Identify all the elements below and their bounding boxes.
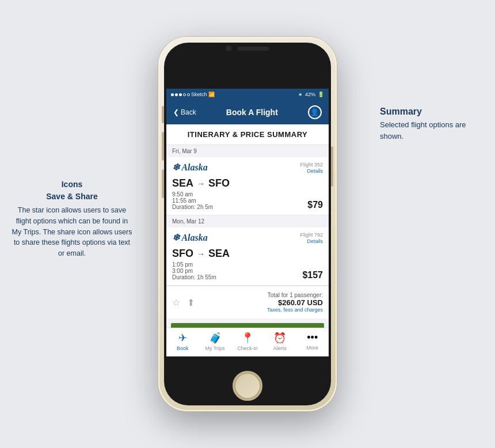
signal-dot-2 [175,93,178,96]
taxes-label: Taxes, fess and charges [267,307,323,313]
annotation-right: Summary Selected flight options are show… [380,107,483,142]
profile-button[interactable]: 👤 [308,105,322,119]
status-right: ∗ 42% 🔋 [298,92,324,97]
flight1-depart: 9:50 am [172,191,213,198]
flight1-price: $79 [307,200,323,210]
back-button[interactable]: ❮ Back [173,108,196,116]
flight2-card: ❄ Alaska Flight 792 Details SFO → SEA [166,227,329,286]
tab-bar: ✈ Book 🧳 My Trips 📍 Check-in ⏰ Alerts [166,328,329,356]
profile-icon: 👤 [310,108,319,116]
page-wrapper: Icons Save & Share The star icon allows … [0,0,495,448]
alaska-logo-icon: ❄ Alaska [172,162,208,172]
camera-icon [226,45,232,51]
annotation-left-subtitle: Save & Share [12,191,132,203]
tab-alerts[interactable]: ⏰ Alerts [265,332,294,351]
summary-row: ☆ ⬆ Total for 1 passenger: $260.07 USD T… [166,286,329,318]
flight2-header: ❄ Alaska Flight 792 Details [172,232,323,244]
home-button[interactable] [233,371,262,401]
flight1-details-row: 9:50 am 11:55 am Duration: 2h 5m $79 [172,191,323,210]
section-title: ITINERARY & PRICE SUMMARY [166,124,329,145]
bluetooth-icon: ∗ [298,92,303,97]
more-tab-label: More [306,345,318,351]
alerts-tab-icon: ⏰ [273,332,286,344]
flight2-details-link[interactable]: Details [300,238,323,244]
battery-icon: 🔋 [318,92,324,97]
flight1-airline: ❄ Alaska [172,162,208,173]
flight2-arrive: 3:00 pm [172,268,216,274]
flight2-number: Flight 792 [300,232,323,238]
alaska-logo2-icon: ❄ Alaska [172,233,208,242]
speaker [238,47,269,51]
my-trips-tab-icon: 🧳 [209,332,222,344]
tab-more[interactable]: ••• More [298,332,327,351]
flight2-date: Mon, Mar 12 [166,215,329,227]
nav-bar: ❮ Back Book A Flight 👤 [166,100,329,124]
flight1-card: ❄ Alaska Flight 352 Details SEA → SFO [166,157,329,215]
tab-my-trips[interactable]: 🧳 My Trips [201,332,230,351]
annotation-right-body: Selected flight options are shown. [380,119,483,142]
main-content: ITINERARY & PRICE SUMMARY Fri, Mar 9 ❄ A… [166,124,329,328]
flight1-details-link[interactable]: Details [300,168,323,174]
check-in-tab-label: Check-in [237,346,258,351]
flight2-from: SFO [172,248,193,260]
more-tab-icon: ••• [307,332,318,344]
wifi-icon: 📶 [208,92,215,97]
side-button-vol-up [162,132,164,161]
tab-check-in[interactable]: 📍 Check-in [233,332,262,351]
back-label: Back [181,108,196,116]
flight1-route: SEA → SFO [172,177,323,189]
screen-layout: Sketch 📶 ∗ 42% 🔋 ❮ Back Book A Fl [166,89,329,356]
flight2-route: SFO → SEA [172,248,323,260]
signal-dot-4 [183,93,186,96]
flight2-info-right: Flight 792 Details [300,232,323,244]
carrier-name: Sketch [191,92,207,97]
signal-dot-1 [171,93,174,96]
choose-seats-button[interactable]: CHOOSE SEATS [171,323,324,328]
annotation-right-title: Summary [380,107,483,117]
total-amount: $260.07 USD [267,298,323,307]
summary-icons: ☆ ⬆ [172,297,195,308]
flight2-to: SEA [208,248,230,260]
flight2-price: $157 [302,270,323,280]
flight1-info-right: Flight 352 Details [300,162,323,174]
annotation-left-title: Icons [12,179,132,191]
flight2-depart: 1:05 pm [172,261,216,268]
signal-dot-5 [187,93,190,96]
flight1-arrive: 11:55 am [172,198,213,204]
phone: Sketch 📶 ∗ 42% 🔋 ❮ Back Book A Fl [158,37,337,411]
my-trips-tab-label: My Trips [205,346,225,351]
side-button-power [331,146,333,187]
side-button-mute [162,106,164,123]
flight1-arrow-icon: → [197,179,205,188]
status-bar: Sketch 📶 ∗ 42% 🔋 [166,89,329,100]
flight2-times: 1:05 pm 3:00 pm Duration: 1h 55m [172,261,216,280]
phone-top-bar [226,45,269,51]
alerts-tab-label: Alerts [273,346,287,351]
total-label: Total for 1 passenger: [267,292,323,298]
back-chevron-icon: ❮ [173,108,179,116]
flight2-airline: ❄ Alaska [172,232,208,243]
flight2-airline-name: Alaska [181,233,207,242]
share-icon[interactable]: ⬆ [187,297,195,308]
side-button-vol-down [162,169,164,198]
phone-screen: Sketch 📶 ∗ 42% 🔋 ❮ Back Book A Fl [166,89,329,356]
flight1-times: 9:50 am 11:55 am Duration: 2h 5m [172,191,213,210]
check-in-tab-icon: 📍 [241,332,254,344]
star-icon[interactable]: ☆ [172,297,180,308]
flight1-header: ❄ Alaska Flight 352 Details [172,162,323,174]
summary-total: Total for 1 passenger: $260.07 USD Taxes… [267,292,323,313]
battery-level: 42% [305,92,315,97]
signal-dots [171,93,190,96]
flight1-number: Flight 352 [300,162,323,168]
flight2-details-row: 1:05 pm 3:00 pm Duration: 1h 55m $157 [172,261,323,280]
tab-book[interactable]: ✈ Book [168,332,197,351]
signal-dot-3 [179,93,182,96]
annotation-left-body: The star icon allows users to save fligh… [12,205,132,259]
book-tab-icon: ✈ [178,332,187,344]
flight1-to: SFO [208,177,230,189]
flight1-date: Fri, Mar 9 [166,145,329,157]
flight1-from: SEA [172,177,193,189]
flight1-airline-name: Alaska [181,162,207,172]
flight2-arrow-icon: → [197,249,205,259]
flight1-duration: Duration: 2h 5m [172,204,213,210]
